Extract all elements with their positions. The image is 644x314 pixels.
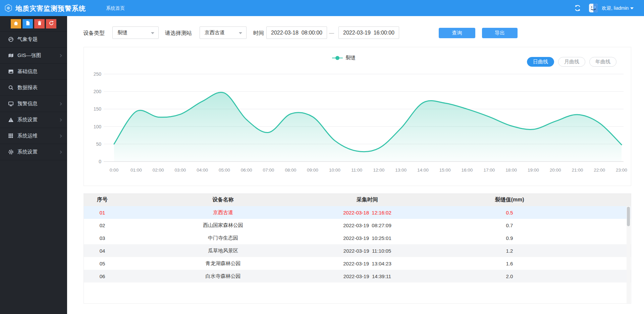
time-label: 时间 [253,30,264,37]
table-row[interactable]: 04瓜草地风景区2022-03-19 11:10:051.2 [84,244,631,257]
table-cell: 西山国家森林公园 [121,222,325,229]
table-cell: 2.0 [409,273,610,279]
table-cell: 2022-03-19 13:04:23 [325,261,409,266]
column-header: 采集时间 [325,196,409,203]
sidebar-item-warning-info[interactable]: 预警信息 [0,96,67,112]
table-cell: 瓜草地风景区 [121,248,325,254]
time-separator: — [329,30,334,36]
table-cell: 2022-03-19 11:10:05 [325,248,409,254]
chevron-right-icon [58,118,63,122]
station-value: 京西古道 [205,29,225,36]
table-cell: 2022-03-19 08:27:09 [325,223,409,228]
svg-text:05:00: 05:00 [219,168,230,173]
sidebar-item-label: 系统设置 [17,117,38,123]
query-button[interactable]: 查询 [439,28,475,38]
chevron-right-icon [58,134,63,138]
svg-text:16:00: 16:00 [462,168,473,173]
svg-text:04:00: 04:00 [197,168,208,173]
svg-text:02:00: 02:00 [153,168,164,173]
table-row[interactable]: 05青龙湖森林公园2022-03-19 13:04:231.6 [84,257,631,270]
table-cell: 03 [84,235,121,241]
welcome-text: 欢迎, liadmin [602,5,629,11]
sidebar: 气象专题GIS—张图基础信息数据报表预警信息系统设置系统运维系统设置 [0,16,67,314]
svg-text:07:00: 07:00 [263,168,274,173]
chart-image-icon [8,69,14,74]
search-icon [8,85,14,90]
svg-text:14:00: 14:00 [417,168,429,173]
sidebar-item-data-report[interactable]: 数据报表 [0,80,67,96]
scrollbar-track[interactable] [627,206,631,303]
svg-text:15:00: 15:00 [439,168,451,173]
table-cell: 京西古道 [121,209,325,216]
warning-icon [8,117,14,123]
svg-text:01:00: 01:00 [130,168,142,173]
sidebar-item-label: 数据报表 [17,84,38,91]
time-from-input[interactable]: 2022-03-18 08:00:00 [266,26,327,39]
svg-text:200: 200 [94,89,102,94]
quick-buttons [11,19,56,28]
device-type-select[interactable]: 裂缝 [112,26,159,39]
home-icon [13,20,19,27]
quick-button-recycle[interactable] [46,19,56,28]
sidebar-item-label: 系统设置 [17,149,38,155]
table-cell: 06 [84,273,121,279]
svg-text:09:00: 09:00 [307,168,318,173]
scrollbar-thumb[interactable] [627,207,630,226]
table-cell: 0.9 [409,235,610,241]
sidebar-item-system-ops[interactable]: 系统运维 [0,128,67,144]
chevron-down-icon [630,7,634,9]
svg-text:06:00: 06:00 [241,168,252,173]
svg-text:13:00: 13:00 [395,168,407,173]
table-cell: 白水寺森林公园 [121,273,325,279]
trash-icon [37,20,42,27]
table-row[interactable]: 01京西古道2022-03-18 12:16:020.5 [84,206,631,219]
device-type-label: 设备类型 [83,30,105,37]
table-cell: 中门寺生态园 [121,235,325,241]
sidebar-item-basic-info[interactable]: 基础信息 [0,64,67,80]
sidebar-item-system-settings-2[interactable]: 系统设置 [0,144,67,160]
sidebar-menu: 气象专题GIS—张图基础信息数据报表预警信息系统设置系统运维系统设置 [0,32,67,160]
table-header-row: 序号设备名称采集时间裂缝值(mm) [84,194,631,206]
time-to-input[interactable]: 2022-03-19 16:00:00 [338,26,399,39]
table-cell: 2022-03-19 10:25:01 [325,235,409,241]
gear-icon [8,149,14,155]
page-title: 地质灾害监测预警系统 [15,4,86,13]
refresh-icon[interactable] [574,5,581,11]
table-cell: 青龙湖森林公园 [121,260,325,267]
sidebar-item-label: 系统运维 [17,133,38,139]
svg-text:18:00: 18:00 [505,168,517,173]
chevron-right-icon [58,102,63,106]
table-cell: 0.5 [409,210,610,215]
table-cell: 1.6 [409,261,610,266]
table-row[interactable]: 06白水寺森林公园2022-03-19 14:39:112.0 [84,270,631,282]
svg-text:22:00: 22:00 [594,168,605,173]
svg-text:0: 0 [99,159,101,164]
svg-text:0:00: 0:00 [110,168,118,173]
chevron-down-icon [151,32,154,34]
user-menu[interactable]: 欢迎, liadmin [602,5,634,11]
quick-button-trash[interactable] [34,19,45,28]
device-type-value: 裂缝 [117,29,127,36]
export-button[interactable]: 导出 [482,28,518,38]
svg-text:20:00: 20:00 [550,168,561,173]
svg-text:12:00: 12:00 [373,168,385,173]
recycle-icon [49,20,54,27]
svg-text:11:00: 11:00 [351,168,362,173]
grid-icon [8,133,14,139]
sidebar-item-weather[interactable]: 气象专题 [0,32,67,48]
table-row[interactable]: 02西山国家森林公园2022-03-19 08:27:090.7 [84,219,631,232]
data-table: 序号设备名称采集时间裂缝值(mm) 01京西古道2022-03-18 12:16… [84,193,631,304]
quick-button-home[interactable] [11,19,21,28]
sidebar-item-system-settings[interactable]: 系统设置 [0,112,67,128]
svg-text:08:00: 08:00 [285,168,296,173]
sidebar-item-gis-map[interactable]: GIS—张图 [0,48,67,64]
svg-text:150: 150 [94,106,102,112]
quick-button-file[interactable] [22,19,33,28]
table-row[interactable]: 03中门寺生态园2022-03-19 10:25:010.9 [84,232,631,244]
svg-text:19:00: 19:00 [528,168,539,173]
nav-home[interactable]: 系统首页 [106,5,125,11]
avatar[interactable] [589,4,598,12]
svg-text:10:00: 10:00 [329,168,340,173]
station-select[interactable]: 京西古道 [200,26,247,39]
svg-text:17:00: 17:00 [483,168,495,173]
